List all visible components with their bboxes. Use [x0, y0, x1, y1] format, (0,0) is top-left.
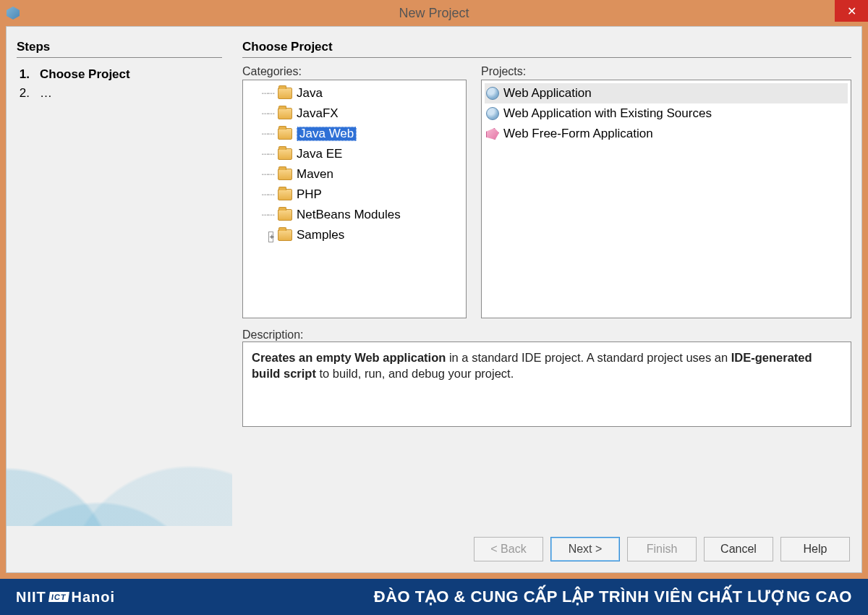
globe-icon — [486, 107, 499, 120]
step-number: 2. — [17, 86, 30, 101]
description-box: Creates an empty Web application in a st… — [242, 342, 851, 427]
category-item[interactable]: ┄┄Maven — [246, 164, 463, 184]
folder-icon — [278, 209, 292, 221]
description-text: to build, run, and debug your project. — [316, 367, 514, 380]
folder-icon — [278, 88, 292, 99]
banner-text: ĐÀO TẠO & CUNG CẤP LẬP TRÌNH VIÊN CHẤT L… — [374, 588, 852, 606]
expand-icon[interactable]: + — [268, 232, 273, 242]
folder-icon — [278, 128, 292, 140]
close-button[interactable]: ✕ — [835, 0, 868, 22]
next-button[interactable]: Next > — [550, 537, 620, 561]
category-label: PHP — [297, 187, 322, 202]
project-label: Web Application with Existing Sources — [503, 106, 712, 121]
brand-left: NIIT — [16, 589, 46, 606]
category-label: Java — [297, 86, 323, 101]
description-label: Description: — [242, 328, 851, 342]
folder-icon — [278, 229, 292, 241]
dialog-body: Steps 1. Choose Project 2. … Choose Proj… — [6, 26, 862, 573]
banner-logo: NIIT ICT Hanoi — [16, 589, 115, 606]
back-button[interactable]: < Back — [474, 537, 543, 561]
tree-lines: ┄┄ — [247, 187, 273, 202]
folder-icon — [278, 169, 292, 180]
category-label: Maven — [297, 167, 333, 182]
step-label: … — [40, 86, 52, 101]
footer-banner: NIIT ICT Hanoi ĐÀO TẠO & CUNG CẤP LẬP TR… — [0, 579, 868, 615]
tree-lines: + — [247, 228, 273, 242]
description-text: in a standard IDE project. A standard pr… — [446, 351, 731, 364]
steps-list: 1. Choose Project 2. … — [17, 65, 222, 103]
wizard-button-row: < Back Next > Finish Cancel Help — [7, 526, 861, 572]
window-title: New Project — [399, 6, 469, 21]
brand-right: Hanoi — [72, 589, 116, 606]
folder-icon — [278, 148, 292, 160]
tree-lines: ┄┄ — [247, 86, 273, 101]
category-item[interactable]: ┄┄NetBeans Modules — [246, 205, 463, 225]
globe-icon — [486, 87, 499, 100]
step-item: 2. … — [17, 84, 222, 103]
category-label: JavaFX — [297, 106, 339, 121]
finish-button[interactable]: Finish — [627, 537, 697, 561]
tree-lines: ┄┄ — [247, 127, 273, 141]
category-item[interactable]: ┄┄JavaFX — [246, 103, 463, 124]
app-icon — [6, 6, 20, 20]
category-label: Java EE — [297, 147, 342, 161]
main-panel: Choose Project Categories: ┄┄Java┄┄JavaF… — [232, 27, 861, 526]
projects-list[interactable]: Web ApplicationWeb Application with Exis… — [481, 80, 851, 318]
category-item[interactable]: ┄┄Java Web — [246, 124, 463, 144]
categories-label: Categories: — [242, 65, 467, 78]
help-button[interactable]: Help — [780, 537, 850, 561]
category-item[interactable]: ┄┄PHP — [246, 184, 463, 205]
project-item[interactable]: Web Application — [485, 83, 848, 103]
titlebar[interactable]: New Project ✕ — [0, 0, 868, 26]
category-label: Samples — [297, 228, 344, 242]
close-icon: ✕ — [847, 4, 856, 18]
tree-lines: ┄┄ — [247, 106, 273, 121]
cancel-button[interactable]: Cancel — [704, 537, 773, 561]
category-item[interactable]: ┄┄Java — [246, 83, 463, 103]
step-number: 1. — [17, 67, 30, 82]
new-project-dialog: New Project ✕ Steps 1. Choose Project 2.… — [0, 0, 868, 579]
brand-box: ICT — [48, 592, 69, 602]
tree-lines: ┄┄ — [247, 147, 273, 161]
description-bold: Creates an empty Web application — [252, 351, 446, 364]
folder-icon — [278, 189, 292, 200]
folder-icon — [278, 108, 292, 119]
project-label: Web Free-Form Application — [503, 127, 653, 141]
steps-sidebar: Steps 1. Choose Project 2. … — [7, 27, 232, 526]
freeform-icon — [486, 128, 499, 140]
project-item[interactable]: Web Application with Existing Sources — [485, 103, 848, 124]
steps-heading: Steps — [17, 40, 222, 58]
tree-lines: ┄┄ — [247, 208, 273, 222]
category-label: Java Web — [297, 127, 357, 141]
project-item[interactable]: Web Free-Form Application — [485, 124, 848, 144]
main-heading: Choose Project — [242, 40, 851, 58]
category-item[interactable]: +Samples — [246, 225, 463, 245]
category-label: NetBeans Modules — [297, 208, 401, 222]
tree-lines: ┄┄ — [247, 167, 273, 182]
projects-label: Projects: — [481, 65, 851, 78]
category-item[interactable]: ┄┄Java EE — [246, 144, 463, 164]
step-label: Choose Project — [40, 67, 130, 82]
project-label: Web Application — [503, 86, 592, 101]
categories-tree[interactable]: ┄┄Java┄┄JavaFX┄┄Java Web┄┄Java EE┄┄Maven… — [242, 80, 467, 318]
step-item: 1. Choose Project — [17, 65, 222, 84]
